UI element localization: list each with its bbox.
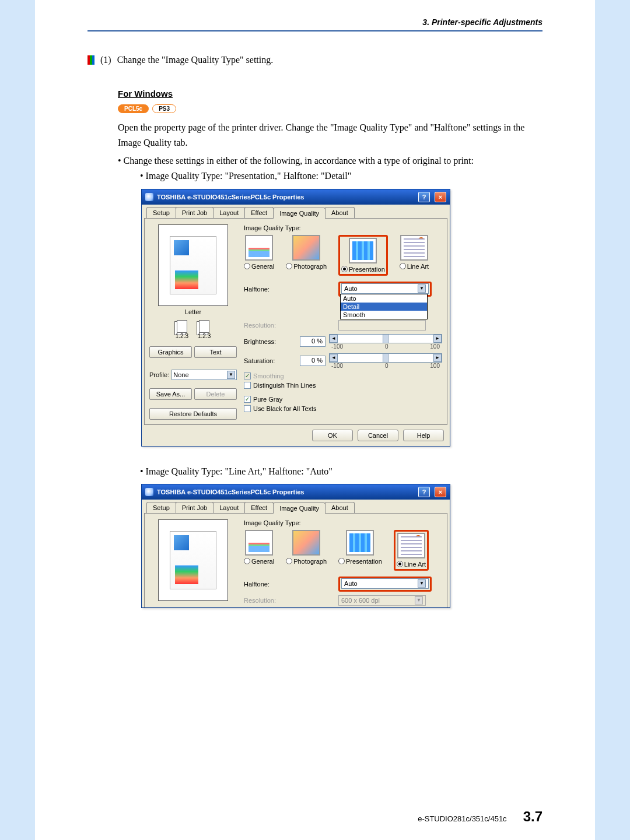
brightness-slider[interactable]: ◄► <box>329 334 442 343</box>
help-action-button[interactable]: Help <box>403 430 444 441</box>
text-button[interactable]: Text <box>194 346 237 358</box>
collate-thumb-1: 1.2.3 <box>176 320 188 339</box>
footer-model: e-STUDIO281c/351c/451c <box>418 814 506 823</box>
badge-pcl5c: PCL5c <box>118 104 149 113</box>
resolution-dropdown <box>338 320 426 331</box>
iqt-presentation[interactable]: Presentation <box>338 235 388 276</box>
saturation-slider[interactable]: ◄► <box>329 353 442 363</box>
resolution-label-2: Resolution: <box>244 597 296 604</box>
config2-line: • Image Quality Type: "Line Art," Halfto… <box>140 464 542 479</box>
tab-layout-2[interactable]: Layout <box>213 502 245 513</box>
cancel-button[interactable]: Cancel <box>358 430 398 441</box>
iqt-presentation-2[interactable]: Presentation <box>338 530 382 571</box>
iqt-lineart[interactable]: Line Art <box>400 235 429 276</box>
halftone-dropdown-list[interactable]: Auto Detail Smooth <box>340 294 428 319</box>
step-number: (1) <box>100 55 111 65</box>
preview-label: Letter <box>185 308 201 315</box>
iqt-label-2: Image Quality Type: <box>244 519 442 526</box>
footer-page-number: 3.7 <box>523 809 542 825</box>
tab-about-2[interactable]: About <box>325 502 355 513</box>
profile-dropdown[interactable]: None▼ <box>172 370 237 380</box>
resolution-dropdown-2: 600 x 600 dpi▼ <box>338 595 426 606</box>
tab-strip: Setup Print Job Layout Effect Image Qual… <box>144 207 447 218</box>
section-header: 3. Printer-specific Adjustments <box>88 17 542 31</box>
dialog-title: TOSHIBA e-STUDIO451cSeriesPCL5c Properti… <box>157 194 304 201</box>
driver-badges: PCL5c PS3 <box>118 104 542 113</box>
preview-box-2 <box>158 519 228 601</box>
profile-label: Profile: <box>149 371 169 378</box>
tab-setup-2[interactable]: Setup <box>146 502 176 513</box>
tab-layout[interactable]: Layout <box>213 207 245 218</box>
smoothing-checkbox <box>244 372 251 379</box>
black-texts-checkbox[interactable] <box>244 405 251 412</box>
bullet-main: • Change these settings in either of the… <box>118 153 542 168</box>
tab-printjob-2[interactable]: Print Job <box>176 502 214 513</box>
halftone-dropdown-2[interactable]: Auto▼ <box>341 578 429 589</box>
iqt-general[interactable]: General <box>244 235 274 276</box>
collate-thumb-2: 1.2.3 <box>198 320 211 339</box>
brightness-value: 0 % <box>300 336 326 347</box>
page-footer: e-STUDIO281c/351c/451c 3.7 <box>88 809 542 825</box>
halftone-opt-smooth[interactable]: Smooth <box>341 311 427 319</box>
titlebar: TOSHIBA e-STUDIO451cSeriesPCL5c Properti… <box>142 189 450 205</box>
step-row: (1) Change the "Image Quality Type" sett… <box>88 55 542 65</box>
close-button-2[interactable]: × <box>435 487 446 497</box>
help-button[interactable]: ? <box>418 192 430 202</box>
badge-ps3: PS3 <box>152 104 176 113</box>
tab-setup[interactable]: Setup <box>146 207 176 218</box>
tab-about[interactable]: About <box>325 207 355 218</box>
subheading-for-windows: For Windows <box>118 89 542 99</box>
tab-image-quality-2[interactable]: Image Quality <box>273 502 326 514</box>
saturation-value: 0 % <box>300 356 326 366</box>
iqt-photograph[interactable]: Photograph <box>286 235 327 276</box>
app-icon <box>145 193 153 201</box>
properties-dialog-1: TOSHIBA e-STUDIO451cSeriesPCL5c Properti… <box>141 189 450 447</box>
intro-paragraph: Open the property page of the printer dr… <box>118 120 542 151</box>
delete-button: Delete <box>194 388 237 400</box>
brightness-label: Brightness: <box>244 338 296 345</box>
ok-button[interactable]: OK <box>312 430 353 441</box>
resolution-label: Resolution: <box>244 322 296 329</box>
titlebar-2: TOSHIBA e-STUDIO451cSeriesPCL5c Properti… <box>142 484 450 500</box>
halftone-opt-auto[interactable]: Auto <box>341 294 427 303</box>
restore-defaults-button[interactable]: Restore Defaults <box>149 408 237 420</box>
close-button[interactable]: × <box>435 192 446 202</box>
halftone-label-2: Halftone: <box>244 581 296 588</box>
preview-box <box>158 224 228 306</box>
iqt-label: Image Quality Type: <box>244 224 442 231</box>
pure-gray-checkbox[interactable] <box>244 396 251 403</box>
step-text: Change the "Image Quality Type" setting. <box>117 55 274 65</box>
tab-strip-2: Setup Print Job Layout Effect Image Qual… <box>144 502 447 513</box>
properties-dialog-2: TOSHIBA e-STUDIO451cSeriesPCL5c Properti… <box>141 484 450 608</box>
graphics-button[interactable]: Graphics <box>149 346 192 358</box>
halftone-opt-detail[interactable]: Detail <box>341 303 427 311</box>
app-icon-2 <box>145 488 153 496</box>
thin-lines-checkbox[interactable] <box>244 382 251 389</box>
help-button-2[interactable]: ? <box>418 487 430 497</box>
config1-line: • Image Quality Type: "Presentation," Ha… <box>140 168 542 184</box>
saturation-label: Saturation: <box>244 357 296 364</box>
tab-image-quality[interactable]: Image Quality <box>273 208 326 219</box>
halftone-dropdown[interactable]: Auto▼ <box>341 283 429 294</box>
iqt-photograph-2[interactable]: Photograph <box>286 530 327 571</box>
iqt-lineart-2[interactable]: Line Art <box>394 530 429 571</box>
save-as-button[interactable]: Save As... <box>149 388 192 400</box>
tab-effect[interactable]: Effect <box>244 207 274 218</box>
rgb-icon <box>88 55 94 65</box>
tab-printjob[interactable]: Print Job <box>176 207 214 218</box>
tab-effect-2[interactable]: Effect <box>244 502 274 513</box>
halftone-label: Halftone: <box>244 286 296 293</box>
iqt-general-2[interactable]: General <box>244 530 274 571</box>
dialog-title-2: TOSHIBA e-STUDIO451cSeriesPCL5c Properti… <box>157 488 304 495</box>
